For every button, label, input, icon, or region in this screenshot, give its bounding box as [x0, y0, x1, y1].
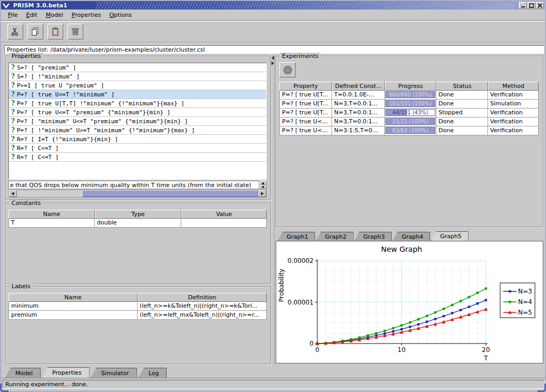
property-row[interactable]: ?S=? [ "premium" ] — [9, 63, 266, 72]
resize-corner[interactable] — [538, 384, 546, 392]
property-text: P=? [ !"minimum" U>=T "minimum" {!"minim… — [17, 127, 195, 134]
column-header[interactable]: Progress — [385, 82, 436, 91]
property-row[interactable]: ?R=? [ C<=T ] — [9, 144, 266, 153]
window-menu-icon[interactable] — [2, 2, 10, 9]
svg-text:0: 0 — [315, 346, 319, 354]
property-row[interactable]: ?P=? [ true U<=T "premium" {"minimum"}{m… — [9, 108, 266, 117]
menu-item-file[interactable]: File — [5, 11, 23, 19]
scrollbar-track[interactable] — [17, 190, 258, 197]
svg-text:0.00001: 0.00001 — [287, 299, 314, 306]
minimize-button[interactable] — [519, 2, 527, 8]
table-cell: double — [95, 219, 181, 228]
table-cell: P=? [ true U[T... — [279, 109, 332, 117]
experiment-row[interactable]: P=? [ true U[T...N=3,T=0.0:1...101/101 (… — [279, 100, 539, 109]
tab-graph2[interactable]: Graph2 — [316, 232, 354, 241]
property-row[interactable]: ?P=? [ !"minimum" U>=T "minimum" {!"mini… — [9, 126, 266, 135]
scroll-left-icon[interactable] — [9, 190, 17, 197]
property-row[interactable]: ?P=? [ "minimum" U<=T "premium" {"minimu… — [9, 117, 266, 126]
column-header[interactable]: Value — [181, 210, 267, 219]
close-button[interactable] — [536, 2, 544, 8]
column-header[interactable]: Name — [8, 293, 138, 302]
experiment-row[interactable]: P=? [ true U<...N=3,T=0.0:1...21/21 (100… — [279, 117, 539, 126]
tab-log[interactable]: Log — [139, 368, 167, 378]
menu-item-options[interactable]: Options — [106, 11, 137, 19]
comment-spinner: ▲ ▼ — [259, 181, 267, 189]
tab-graph3[interactable]: Graph3 — [355, 232, 392, 241]
column-header[interactable]: Type — [95, 210, 181, 219]
tab-graph5[interactable]: Graph5 — [431, 231, 469, 241]
maximize-button[interactable] — [528, 2, 535, 8]
stop-experiment-button[interactable] — [279, 62, 296, 77]
horizontal-scrollbar — [8, 190, 267, 198]
svg-text:T: T — [483, 355, 488, 362]
column-header[interactable]: Name — [8, 210, 95, 219]
spinner-up-icon[interactable]: ▲ — [259, 181, 267, 185]
properties-list: ?S=? [ "premium" ]?S=? [ !"minimum" ]?P>… — [8, 63, 267, 180]
copy-button[interactable] — [27, 24, 43, 40]
property-row[interactable]: ?P>=1 [ true U "premium" ] — [9, 81, 266, 90]
column-header[interactable]: Status — [436, 82, 488, 91]
column-header[interactable]: Definition — [138, 293, 267, 302]
column-header[interactable]: Defined Const... — [332, 82, 385, 91]
tab-graph4[interactable]: Graph4 — [393, 232, 430, 241]
graph-tab-bar: Graph1Graph2Graph3Graph4Graph5 — [276, 231, 543, 241]
column-header[interactable]: Method — [488, 82, 539, 91]
paste-button[interactable] — [47, 24, 63, 40]
constants-group-title: Constants — [9, 200, 43, 207]
table-header-row: NameTypeValue — [8, 210, 267, 219]
tab-model[interactable]: Model — [5, 368, 41, 378]
table-row[interactable]: premium(left_n>=left_mx&Toleft_n)|(right… — [8, 311, 267, 320]
tab-properties[interactable]: Properties — [42, 367, 90, 378]
svg-text:0: 0 — [309, 340, 314, 347]
resize-corner-left[interactable] — [0, 384, 8, 392]
experiment-row[interactable]: P=? [ true U[T...N=3,T=0.0:1...44/101 (4… — [279, 109, 539, 117]
question-icon: ? — [9, 144, 17, 152]
delete-button[interactable] — [67, 24, 83, 40]
scrollbar-thumb[interactable] — [82, 190, 258, 197]
experiment-row[interactable]: P=? [ true U<...N=3:1:5,T=0...63/63 (100… — [279, 126, 539, 135]
progress-cell: 21/21 (100%) — [385, 117, 436, 126]
question-icon: ? — [9, 109, 17, 116]
progress-cell: 101/101 (100%) — [385, 100, 436, 109]
property-row[interactable]: ?P=? [ true U<=T !"minimum" ] — [9, 90, 266, 99]
property-row[interactable]: ?S=? [ !"minimum" ] — [9, 72, 266, 81]
property-text: S=? [ !"minimum" ] — [17, 73, 80, 80]
question-icon: ? — [9, 82, 17, 89]
table-row[interactable]: minimum(left_n>=k&Toleft_n)|(right_n>=k&… — [8, 302, 267, 311]
svg-text:20: 20 — [482, 346, 490, 354]
title-bar[interactable]: PRISM 3.0.beta1 — [1, 1, 545, 9]
constants-table: NameTypeValueTdouble — [8, 210, 267, 228]
progress-text: 44/101 (43%) — [386, 110, 435, 115]
question-icon: ? — [9, 117, 17, 125]
question-icon: ? — [9, 64, 17, 71]
stop-octagon-icon — [284, 66, 292, 74]
scroll-right-icon[interactable] — [258, 190, 266, 197]
experiment-row[interactable]: P=? [ true U[T...T=0.0:1.0E-...660/660 (… — [279, 91, 539, 100]
titlebar-stripes — [96, 2, 514, 9]
tab-graph1[interactable]: Graph1 — [278, 232, 315, 241]
menu-item-edit[interactable]: Edit — [23, 11, 43, 19]
menu-item-properties[interactable]: Properties — [69, 11, 107, 19]
svg-text:Probability: Probability — [278, 269, 285, 302]
cut-button[interactable] — [7, 24, 23, 40]
property-row[interactable]: ?P=? [ true U[T,T] !"minimum" {!"minimum… — [9, 99, 266, 108]
column-header[interactable]: Property — [279, 82, 332, 91]
progress-text: 101/101 (100%) — [386, 101, 435, 106]
progress-text: 63/63 (100%) — [386, 128, 435, 133]
split-divider[interactable] — [271, 54, 275, 366]
labels-group-title: Labels — [9, 283, 32, 290]
table-row[interactable]: Tdouble — [8, 219, 267, 228]
property-row[interactable]: ?R=? [ I=T {!"minimum"}{min} ] — [9, 135, 266, 144]
menu-bar: FileEditModelPropertiesOptions — [1, 9, 545, 21]
menu-item-model[interactable]: Model — [43, 11, 69, 19]
property-text: P=? [ "minimum" U<=T "premium" {"minimum… — [17, 118, 188, 125]
property-text: P=? [ true U<=T !"minimum" ] — [17, 91, 114, 98]
collapse-left-icon[interactable] — [271, 56, 274, 60]
graph-panel: 0102000.000010.00002New GraphTProbabilit… — [276, 241, 543, 364]
collapse-right-icon[interactable] — [271, 61, 274, 65]
property-row[interactable]: ?R=? [ C<=T ] — [9, 153, 266, 162]
labels-table: NameDefinitionminimum(left_n>=k&Toleft_n… — [8, 293, 267, 320]
window-title: PRISM 3.0.beta1 — [13, 2, 67, 9]
tab-simulator[interactable]: Simulator — [91, 368, 137, 378]
spinner-down-icon[interactable]: ▼ — [259, 185, 267, 189]
